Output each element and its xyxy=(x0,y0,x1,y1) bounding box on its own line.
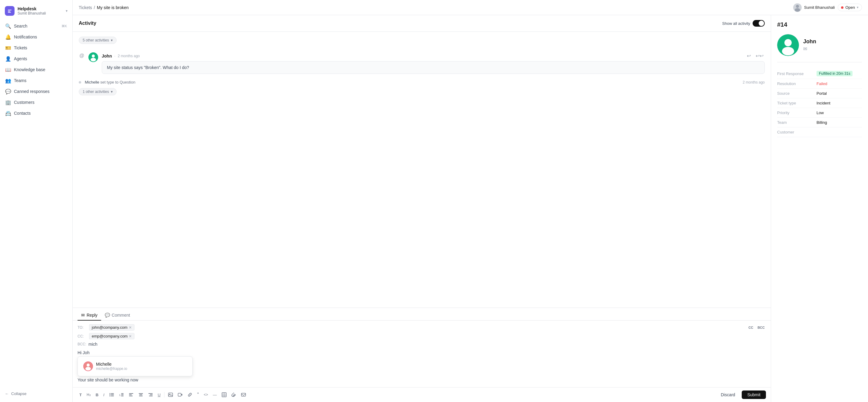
svg-point-40 xyxy=(784,39,792,46)
discard-button[interactable]: Discard xyxy=(717,391,739,399)
svg-rect-29 xyxy=(150,395,153,395)
bcc-input[interactable] xyxy=(88,342,766,346)
show-all-toggle[interactable] xyxy=(753,20,765,27)
activity-action-text: set type to Question xyxy=(100,80,135,85)
toolbar-email-button[interactable] xyxy=(239,391,248,398)
sidebar-item-label: Contacts xyxy=(14,111,67,115)
status-label: Open xyxy=(845,5,855,10)
cc-button[interactable]: CC xyxy=(747,325,754,330)
autocomplete-info: Michelle michelle@frappe.io xyxy=(96,362,127,371)
toolbar-italic-button[interactable]: I xyxy=(101,392,106,398)
breadcrumb-separator: / xyxy=(94,5,95,10)
msg-actions-1: ↩ ↩↩ xyxy=(746,53,765,59)
sidebar-item-knowledge-base[interactable]: 📖 Knowledge base xyxy=(2,64,70,75)
toolbar-underline-button[interactable]: U xyxy=(156,392,162,398)
sidebar-item-customers[interactable]: 🏢 Customers xyxy=(2,97,70,108)
contact-email-icon[interactable]: ✉ xyxy=(803,46,807,52)
knowledge-base-icon: 📖 xyxy=(5,67,11,72)
agents-icon: 👤 xyxy=(5,56,11,62)
toolbar-actions: Discard Submit xyxy=(717,391,766,399)
svg-rect-1 xyxy=(8,10,11,10)
sidebar-chevron-icon[interactable]: ▾ xyxy=(66,9,67,13)
bcc-button[interactable]: BCC xyxy=(756,325,766,330)
tab-reply[interactable]: ✉ Reply xyxy=(78,310,101,321)
svg-text:1.: 1. xyxy=(119,394,121,397)
submit-button[interactable]: Submit xyxy=(742,391,766,399)
contact-avatar xyxy=(777,34,799,56)
bcc-field-row: BCC: xyxy=(78,342,766,346)
cc-email-close-icon[interactable]: ✕ xyxy=(129,334,132,338)
toolbar-divider-button[interactable]: — xyxy=(211,392,219,398)
collapsed-count-1: 5 other activities xyxy=(83,38,109,42)
sidebar-item-label: Teams xyxy=(14,78,67,83)
sidebar-item-canned-responses[interactable]: 💬 Canned responses xyxy=(2,86,70,97)
source-value: Portal xyxy=(816,91,827,96)
toolbar-align-left-button[interactable] xyxy=(127,391,135,398)
teams-icon: 👥 xyxy=(5,78,11,83)
search-icon: 🔍 xyxy=(5,23,11,29)
svg-point-7 xyxy=(92,55,95,58)
collapsed-activities-2[interactable]: 1 other activities ▾ xyxy=(79,88,117,95)
autocomplete-item-michelle[interactable]: Michelle michelle@frappe.io xyxy=(80,359,190,373)
to-email-value: john@company.com xyxy=(92,325,127,330)
sidebar-header[interactable]: Helpdesk Sumit Bhanushali ▾ xyxy=(0,4,72,21)
sidebar: Helpdesk Sumit Bhanushali ▾ 🔍 Search ⌘K … xyxy=(0,0,73,402)
toolbar-attachment-button[interactable] xyxy=(229,391,238,398)
toolbar-link-button[interactable] xyxy=(186,391,194,398)
ticket-type-label: Ticket type xyxy=(777,101,816,105)
activity-group-2: 1 other activities ▾ xyxy=(79,88,765,99)
collapse-chevron-icon: ▾ xyxy=(111,38,113,42)
toolbar-align-center-button[interactable] xyxy=(136,391,145,398)
mention-icon: @ xyxy=(79,53,85,59)
show-all-label: Show all activity xyxy=(722,21,750,26)
reply-area: ✉ Reply 💬 Comment TO: john@company.com xyxy=(73,307,771,402)
sidebar-item-contacts[interactable]: 📇 Contacts xyxy=(2,108,70,119)
customer-row: Customer xyxy=(777,128,862,137)
canned-responses-icon: 💬 xyxy=(5,89,11,94)
resolution-value: Failed xyxy=(816,81,827,86)
resolution-label: Resolution xyxy=(777,81,816,86)
svg-point-41 xyxy=(782,47,794,56)
toolbar-image-button[interactable] xyxy=(166,391,175,398)
sidebar-item-notifications[interactable]: 🔔 Notifications xyxy=(2,32,70,42)
search-shortcut: ⌘K xyxy=(61,24,67,28)
tab-comment[interactable]: 💬 Comment xyxy=(101,310,134,321)
message-body-area: Hi Joh xyxy=(78,349,766,383)
priority-value: Low xyxy=(816,110,824,115)
toolbar-code-button[interactable]: <> xyxy=(202,392,210,398)
status-badge[interactable]: Open ▾ xyxy=(838,4,862,11)
svg-rect-2 xyxy=(8,11,10,11)
sidebar-item-label: Knowledge base xyxy=(14,67,67,72)
resolution-row: Resolution Failed xyxy=(777,79,862,89)
forward-action-button[interactable]: ↩↩ xyxy=(754,53,765,59)
toolbar-table-button[interactable] xyxy=(220,391,228,398)
toolbar-quote-button[interactable]: " xyxy=(195,391,201,399)
sidebar-item-agents[interactable]: 👤 Agents xyxy=(2,53,70,64)
msg-author-1: John xyxy=(102,54,112,59)
team-value: Billing xyxy=(816,120,827,125)
breadcrumb-root[interactable]: Tickets xyxy=(79,5,92,10)
collapse-button[interactable]: ← Collapse xyxy=(5,392,67,396)
toolbar-bold-button[interactable]: B xyxy=(94,392,100,398)
first-response-row: First Response Fulfilled in 20m 31s xyxy=(777,68,862,79)
cc-field-row: CC: emp@company.com ✕ xyxy=(78,333,766,339)
toolbar-text-button[interactable]: T xyxy=(78,392,84,398)
activity-feed: 5 other activities ▾ @ xyxy=(73,32,771,307)
source-label: Source xyxy=(777,91,816,96)
toolbar-video-button[interactable] xyxy=(176,391,184,398)
svg-rect-24 xyxy=(129,396,133,396)
sidebar-item-teams[interactable]: 👥 Teams xyxy=(2,75,70,86)
sidebar-item-tickets[interactable]: 🎫 Tickets xyxy=(2,42,70,53)
to-label: TO: xyxy=(78,326,87,330)
sidebar-item-search[interactable]: 🔍 Search ⌘K xyxy=(2,21,70,32)
toolbar-bullet-list-button[interactable] xyxy=(107,391,116,398)
toolbar-align-right-button[interactable] xyxy=(146,391,155,398)
to-email-close-icon[interactable]: ✕ xyxy=(129,326,132,330)
toolbar-ordered-list-button[interactable]: 1. xyxy=(117,391,126,398)
reply-action-button[interactable]: ↩ xyxy=(746,53,752,59)
toolbar-heading-button[interactable]: H₂ xyxy=(85,392,93,398)
toggle-knob xyxy=(759,21,764,26)
collapsed-activities-1[interactable]: 5 other activities ▾ xyxy=(79,37,117,44)
contact-name: John xyxy=(803,38,816,45)
svg-rect-33 xyxy=(178,393,181,396)
